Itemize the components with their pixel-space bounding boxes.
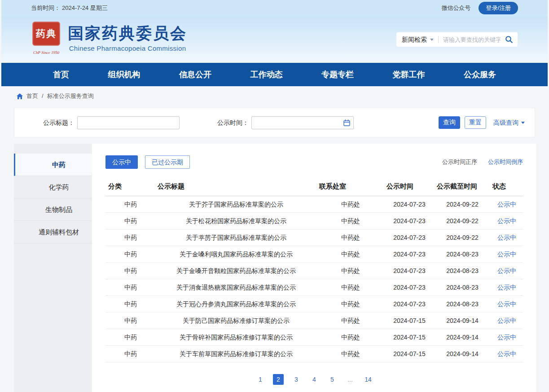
cell-deadline: 2024-08-23 bbox=[434, 246, 490, 262]
column-header: 公示截至时间 bbox=[434, 177, 490, 196]
main-nav: 首页组织机构信息公开工作动态专题专栏党群工作公众服务 bbox=[1, 63, 548, 86]
nav-item-4[interactable]: 工作动态 bbox=[250, 69, 283, 80]
cell-title[interactable]: 关于葶苈子国家药品标准草案的公示 bbox=[155, 229, 316, 246]
time-filter-label: 公示时间： bbox=[217, 117, 249, 128]
cell-title[interactable]: 关于骨碎补国家药品标准修订草案的公示 bbox=[155, 329, 316, 345]
wechat-link[interactable]: 微信公众号 bbox=[441, 3, 470, 13]
sort-desc-link[interactable]: 公示时间倒序 bbox=[488, 157, 523, 167]
pagination-ellipsis: ... bbox=[345, 374, 356, 385]
cell-deadline: 2024-08-23 bbox=[434, 279, 490, 295]
cell-status[interactable]: 公示中 bbox=[490, 196, 523, 212]
cell-category: 中药 bbox=[105, 312, 155, 329]
brand[interactable]: 药典 ChP Since 1950 国家药典委员会 Chinese Pharma… bbox=[31, 22, 187, 58]
cell-deadline: 2024-08-23 bbox=[434, 262, 490, 279]
cell-status[interactable]: 公示中 bbox=[490, 229, 523, 246]
status-tabs: 公示中已过公示期 bbox=[105, 155, 190, 169]
search-category-dropdown[interactable]: 新闻检索 bbox=[402, 34, 434, 45]
table-row: 中药关于车前草国家药品标准修订草案的公示中药处2024-07-152024-09… bbox=[105, 345, 523, 362]
time-filter-input[interactable] bbox=[251, 116, 354, 129]
advanced-search-link[interactable]: 高级查询 bbox=[493, 117, 525, 128]
filter-panel: 公示标题： 公示时间： 查询 重置 高级查询 bbox=[14, 108, 535, 137]
cell-deadline: 2024-09-14 bbox=[434, 329, 490, 345]
cell-title[interactable]: 关于松花粉国家药品标准草案的公示 bbox=[155, 212, 316, 229]
logo-seal-icon: 药典 bbox=[32, 22, 60, 46]
breadcrumb-current: 标准公示服务查询 bbox=[47, 91, 94, 101]
status-tab-2[interactable]: 已过公示期 bbox=[145, 155, 190, 169]
cell-status[interactable]: 公示中 bbox=[490, 329, 523, 345]
sidebar-item-2[interactable]: 化学药 bbox=[14, 176, 92, 198]
cell-status[interactable]: 公示中 bbox=[490, 279, 523, 295]
cell-deadline: 2024-09-14 bbox=[434, 312, 490, 329]
sort-asc-link[interactable]: 公示时间正序 bbox=[442, 157, 477, 167]
header-search-bar: 新闻检索 bbox=[396, 32, 518, 47]
sidebar-item-1[interactable]: 中药 bbox=[14, 154, 92, 176]
nav-item-5[interactable]: 专题专栏 bbox=[321, 69, 354, 80]
cell-title[interactable]: 关于冠心丹参滴丸国家药品标准草案的公示 bbox=[155, 295, 316, 312]
cell-title[interactable]: 关于车前草国家药品标准修订草案的公示 bbox=[155, 345, 316, 362]
cell-publish-date: 2024-07-23 bbox=[384, 246, 434, 262]
table-row: 中药关于松花粉国家药品标准草案的公示中药处2024-07-232024-09-2… bbox=[105, 212, 523, 229]
cell-publish-date: 2024-07-23 bbox=[384, 196, 434, 212]
cell-status[interactable]: 公示中 bbox=[490, 295, 523, 312]
cell-title[interactable]: 关于金嗓开音颗粒国家药品标准草案的公示 bbox=[155, 262, 316, 279]
table-row: 中药关于芥子国家药品标准草案的公示中药处2024-07-232024-09-22… bbox=[105, 196, 523, 212]
home-icon[interactable] bbox=[17, 93, 23, 99]
reset-button[interactable]: 重置 bbox=[465, 116, 486, 129]
cell-category: 中药 bbox=[105, 345, 155, 362]
breadcrumb-home[interactable]: 首页 bbox=[26, 91, 38, 101]
login-register-button[interactable]: 登录/注册 bbox=[479, 2, 518, 14]
pagination-page-3[interactable]: 3 bbox=[291, 374, 302, 385]
column-header: 公示标题 bbox=[155, 177, 316, 196]
sidebar-item-4[interactable]: 通则辅料包材 bbox=[14, 221, 92, 243]
site-title: 国家药典委员会 bbox=[68, 25, 187, 42]
title-filter-label: 公示标题： bbox=[43, 117, 75, 128]
pagination-page-1[interactable]: 1 bbox=[255, 374, 266, 385]
nav-item-2[interactable]: 组织机构 bbox=[108, 69, 141, 80]
page: 当前时间： 2024-7-24 星期三 微信公众号 登录/注册 药典 ChP S… bbox=[0, 0, 549, 11]
cell-title[interactable]: 关于防己国家药品标准修订草案的公示 bbox=[155, 312, 316, 329]
pagination-page-4[interactable]: 4 bbox=[309, 374, 320, 385]
cell-category: 中药 bbox=[105, 279, 155, 295]
query-button[interactable]: 查询 bbox=[439, 116, 460, 129]
search-button[interactable] bbox=[501, 32, 518, 47]
topbar: 当前时间： 2024-7-24 星期三 微信公众号 登录/注册 bbox=[1, 0, 548, 16]
nav-item-1[interactable]: 首页 bbox=[53, 69, 69, 80]
content-panel: 公示中已过公示期 公示时间正序 公示时间倒序 分类公示标题联系处室公示时间公示截… bbox=[92, 144, 536, 392]
search-category-label: 新闻检索 bbox=[402, 34, 427, 45]
cell-publish-date: 2024-07-23 bbox=[384, 262, 434, 279]
cell-status[interactable]: 公示中 bbox=[490, 246, 523, 262]
site-header: 药典 ChP Since 1950 国家药典委员会 Chinese Pharma… bbox=[1, 16, 548, 63]
category-sidebar: 中药化学药生物制品通则辅料包材 bbox=[14, 144, 92, 392]
title-filter-input[interactable] bbox=[77, 116, 180, 129]
cell-department: 中药处 bbox=[316, 345, 384, 362]
calendar-icon[interactable] bbox=[343, 119, 350, 126]
notice-table: 分类公示标题联系处室公示时间公示截至时间状态 中药关于芥子国家药品标准草案的公示… bbox=[105, 177, 523, 362]
pagination-page-5[interactable]: 5 bbox=[327, 374, 338, 385]
nav-item-7[interactable]: 公众服务 bbox=[464, 69, 496, 80]
cell-status[interactable]: 公示中 bbox=[490, 212, 523, 229]
table-row: 中药关于防己国家药品标准修订草案的公示中药处2024-07-152024-09-… bbox=[105, 312, 523, 329]
table-row: 中药关于金嗓利咽丸国家药品标准草案的公示中药处2024-07-232024-08… bbox=[105, 246, 523, 262]
cell-status[interactable]: 公示中 bbox=[490, 312, 523, 329]
nav-item-6[interactable]: 党群工作 bbox=[393, 69, 425, 80]
cell-publish-date: 2024-07-15 bbox=[384, 345, 434, 362]
cell-status[interactable]: 公示中 bbox=[490, 262, 523, 279]
cell-category: 中药 bbox=[105, 262, 155, 279]
cell-department: 中药处 bbox=[316, 246, 384, 262]
pagination-page-2[interactable]: 2 bbox=[273, 374, 284, 385]
sidebar-item-3[interactable]: 生物制品 bbox=[14, 198, 92, 221]
search-input[interactable] bbox=[443, 36, 501, 43]
status-tab-1[interactable]: 公示中 bbox=[105, 155, 138, 169]
nav-item-3[interactable]: 信息公开 bbox=[179, 69, 211, 80]
cell-status[interactable]: 公示中 bbox=[490, 345, 523, 362]
pagination: 12345...14 bbox=[105, 374, 523, 385]
table-row: 中药关于葶苈子国家药品标准草案的公示中药处2024-07-232024-09-2… bbox=[105, 229, 523, 246]
cell-title[interactable]: 关于金嗓利咽丸国家药品标准草案的公示 bbox=[155, 246, 316, 262]
brand-text: 国家药典委员会 Chinese Pharmacopoeia Commission bbox=[68, 25, 187, 54]
current-time-label: 当前时间： bbox=[31, 3, 60, 13]
cell-title[interactable]: 关于消食退热糖浆国家药品标准草案的公示 bbox=[155, 279, 316, 295]
cell-deadline: 2024-08-23 bbox=[434, 295, 490, 312]
pagination-page-14[interactable]: 14 bbox=[363, 374, 373, 385]
current-time: 当前时间： 2024-7-24 星期三 bbox=[31, 3, 108, 13]
cell-title[interactable]: 关于芥子国家药品标准草案的公示 bbox=[155, 196, 316, 212]
